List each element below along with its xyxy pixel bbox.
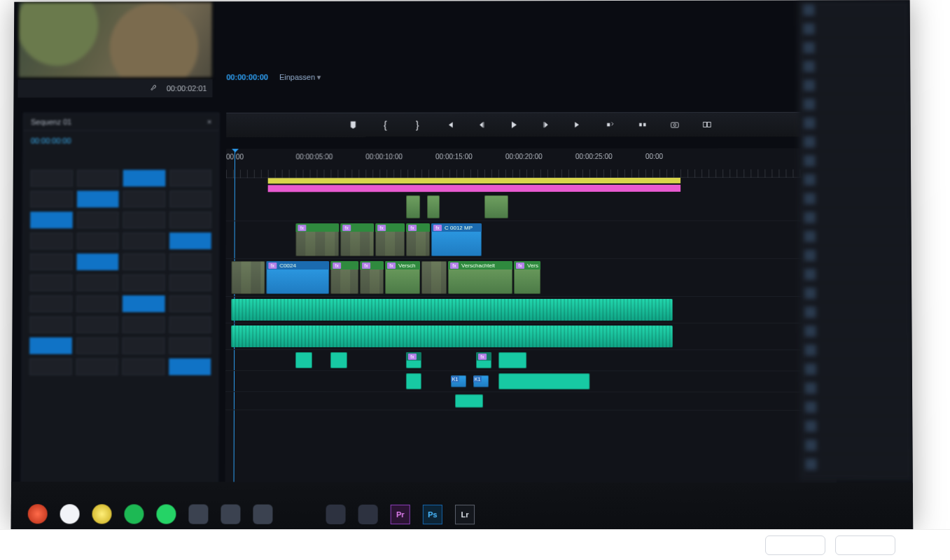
audio-clip[interactable] xyxy=(406,373,421,389)
taskbar-app-icon[interactable] xyxy=(92,504,111,524)
marker-range[interactable] xyxy=(268,185,680,192)
pill-button[interactable] xyxy=(835,536,895,555)
track-v1[interactable]: fxC0024 fx fx fxVersch fxVerschachtelt f… xyxy=(225,259,835,297)
video-clip-c0024[interactable]: fxC0024 xyxy=(266,261,329,294)
svg-rect-2 xyxy=(643,123,646,127)
keyframe-chip[interactable]: K1 xyxy=(473,375,489,387)
timeline-panel[interactable]: 00:00 00:00:05:00 00:00:10:00 00:00:15:0… xyxy=(225,148,837,486)
ruler-tick: 00:00:05:00 xyxy=(296,153,366,167)
go-to-in-button[interactable] xyxy=(443,118,456,131)
extract-button[interactable] xyxy=(636,118,649,131)
taskbar-photoshop-icon[interactable]: Ps xyxy=(423,505,442,524)
video-clip[interactable] xyxy=(406,195,420,218)
step-forward-button[interactable] xyxy=(540,118,552,131)
mark-out-button[interactable]: } xyxy=(411,119,424,132)
svg-rect-6 xyxy=(707,122,711,127)
close-icon[interactable]: × xyxy=(207,118,211,126)
audio-clip[interactable] xyxy=(231,326,673,347)
add-marker-button[interactable] xyxy=(347,119,359,132)
step-back-button[interactable] xyxy=(475,118,488,131)
taskbar-app-icon[interactable] xyxy=(60,504,80,524)
video-clip[interactable] xyxy=(231,261,265,294)
chevron-down-icon: ▾ xyxy=(317,73,321,81)
video-clip[interactable]: fx xyxy=(330,261,358,294)
wrench-icon[interactable] xyxy=(150,83,160,94)
fx-badge: fx xyxy=(516,262,524,268)
export-frame-button[interactable] xyxy=(669,118,681,131)
fx-badge: fx xyxy=(268,262,277,269)
ruler-tick: 00:00:10:00 xyxy=(365,153,435,167)
taskbar-lightroom-icon[interactable]: Lr xyxy=(455,505,475,524)
audio-clip[interactable]: fx xyxy=(406,352,421,368)
lift-button[interactable] xyxy=(604,118,617,131)
video-clip-c0012[interactable]: fxC 0012 MP xyxy=(431,223,482,256)
in-out-range[interactable] xyxy=(268,178,680,183)
program-header: 00:00:00:00 Einpassen ▾ xyxy=(226,67,834,86)
audio-clip[interactable]: fx xyxy=(476,352,491,368)
audio-clip[interactable] xyxy=(295,352,312,368)
track-a2[interactable] xyxy=(225,323,836,350)
video-clip[interactable] xyxy=(421,261,447,294)
taskbar-premiere-icon[interactable]: Pr xyxy=(391,505,410,524)
audio-clip[interactable]: fx xyxy=(231,299,672,321)
pill-button[interactable] xyxy=(765,536,825,555)
k1-badge: K1 xyxy=(473,376,482,382)
fx-badge: fx xyxy=(298,225,306,231)
windows-taskbar[interactable]: Pr Ps Lr xyxy=(11,482,914,531)
fx-badge: fx xyxy=(377,225,386,231)
fx-badge: fx xyxy=(408,225,417,231)
nested-clip[interactable]: fxVers xyxy=(514,261,540,294)
video-clip[interactable]: fx xyxy=(295,223,339,256)
video-clip[interactable]: fx xyxy=(340,223,374,256)
fx-badge: fx xyxy=(342,225,351,231)
taskbar-spotify-icon[interactable] xyxy=(124,504,144,524)
clip-label: C 0012 MP xyxy=(445,225,473,231)
comparison-view-button[interactable] xyxy=(701,118,713,131)
video-clip[interactable] xyxy=(484,195,508,218)
ruler-tick: 00:00:20:00 xyxy=(505,153,575,167)
clip-label: Verschachtelt xyxy=(461,262,495,268)
audio-clip[interactable] xyxy=(498,352,526,368)
track-a1[interactable]: fx xyxy=(225,297,835,323)
video-clip[interactable]: fx xyxy=(375,223,405,256)
taskbar-app-icon[interactable] xyxy=(221,505,240,524)
video-clip[interactable]: fx xyxy=(406,223,430,256)
clip-label: C0024 xyxy=(279,262,296,269)
fit-dropdown[interactable]: Einpassen ▾ xyxy=(279,73,321,82)
audio-clip[interactable] xyxy=(455,394,483,407)
ruler-tick: 00:00:25:00 xyxy=(575,153,645,167)
nested-clip[interactable]: fxVersch xyxy=(385,261,420,294)
taskbar-app-icon[interactable] xyxy=(253,505,272,524)
fx-badge: fx xyxy=(408,354,417,360)
time-ruler[interactable]: 00:00 00:00:05:00 00:00:10:00 00:00:15:0… xyxy=(226,148,835,178)
sequence-playhead-timecode[interactable]: 00:00:00:00 xyxy=(24,131,218,150)
track-a3[interactable]: fx fx xyxy=(225,350,836,371)
track-controls-grid[interactable] xyxy=(22,150,218,395)
fx-badge: fx xyxy=(478,354,487,360)
taskbar-app-icon[interactable] xyxy=(28,504,48,524)
mark-in-button[interactable]: { xyxy=(379,119,391,132)
fx-badge: fx xyxy=(433,225,442,231)
clip-label: Versch xyxy=(398,262,415,269)
taskbar-app-icon[interactable] xyxy=(326,505,346,524)
ruler-tick: 00:00 xyxy=(645,153,715,167)
play-button[interactable] xyxy=(508,118,520,131)
go-to-out-button[interactable] xyxy=(572,118,585,131)
taskbar-app-icon[interactable] xyxy=(188,504,208,524)
right-panel-list xyxy=(797,0,912,481)
keyframe-chip[interactable]: K1 xyxy=(451,375,466,387)
audio-clip[interactable] xyxy=(498,373,589,389)
track-v2[interactable]: fx fx fx fx fxC 0012 MP xyxy=(226,221,836,259)
program-timecode[interactable]: 00:00:00:00 xyxy=(226,73,268,81)
video-clip[interactable]: fx xyxy=(360,261,384,294)
nested-clip[interactable]: fxVerschachtelt xyxy=(448,261,512,294)
taskbar-whatsapp-icon[interactable] xyxy=(156,504,176,524)
audio-clip[interactable] xyxy=(330,352,347,368)
taskbar-app-icon[interactable] xyxy=(358,505,378,524)
fx-badge: fx xyxy=(362,262,370,269)
video-clip[interactable] xyxy=(427,195,440,218)
ruler-tick: 00:00:15:00 xyxy=(435,153,505,167)
track-a5[interactable] xyxy=(225,392,837,411)
track-a4[interactable]: K1 K1 xyxy=(225,371,836,393)
track-v3[interactable] xyxy=(226,193,835,221)
